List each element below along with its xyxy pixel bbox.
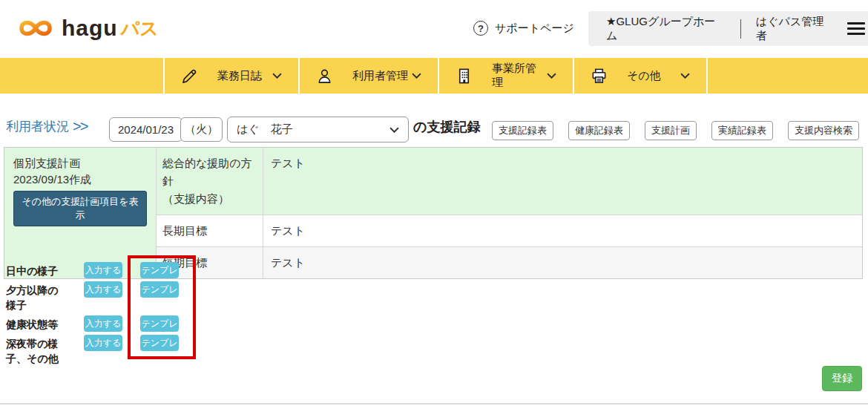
table-row: 総合的な援助の方針 （支援内容） テスト (156, 148, 862, 215)
record-label: 深夜帯の様子、その他 (6, 335, 64, 366)
health-record-sheet-button[interactable]: 健康記録表 (568, 121, 630, 140)
app-header: hagu パス ? サポートページ ★GLUGグループホーム はぐパス管理者 (0, 0, 868, 58)
template-button[interactable]: テンプレ (140, 315, 179, 332)
divider (740, 19, 741, 39)
plan-created-date: 2023/09/13作成 (13, 171, 147, 188)
chevron-down-icon (680, 73, 690, 79)
chevron-down-icon (412, 73, 421, 79)
record-label: 健康状態等 (6, 315, 64, 332)
daily-records-section: 日中の様子 入力する テンプレ 夕方以降の様子 入力する テンプレ 健康状態等 … (6, 262, 179, 369)
register-button[interactable]: 登録 (822, 366, 862, 391)
plan-rows: 総合的な援助の方針 （支援内容） テスト 長期目標 テスト 短期目標 テスト (156, 148, 862, 278)
nav-item-jigyosho-kanri[interactable]: 事業所管理 (438, 58, 573, 94)
nav-item-gyomu-nisshi[interactable]: 業務日誌 (163, 58, 298, 94)
user-role-label[interactable]: はぐパス管理者 (756, 15, 834, 43)
app-logo[interactable]: hagu パス (16, 14, 159, 42)
table-row: 長期目標 テスト (156, 215, 862, 246)
pencil-icon (181, 68, 198, 85)
page: hagu パス ? サポートページ ★GLUGグループホーム はぐパス管理者 業… (0, 0, 868, 406)
chevron-down-icon (272, 73, 282, 79)
result-record-sheet-button[interactable]: 実績記録表 (711, 121, 773, 140)
support-record-sheet-button[interactable]: 支援記録表 (492, 121, 553, 140)
template-button[interactable]: テンプレ (140, 262, 179, 278)
input-button[interactable]: 入力する (84, 281, 122, 298)
breadcrumb-link[interactable]: 利用者状況 (6, 118, 69, 135)
nav-item-riyosha-kanri[interactable]: 利用者管理 (298, 58, 438, 94)
nav-label: 事業所管理 (492, 62, 547, 90)
logo-suffix: パス (121, 16, 159, 41)
plan-row-value: テスト (263, 148, 862, 215)
nav-label: 業務日誌 (217, 69, 272, 83)
nav-item-sonota[interactable]: その他 (573, 58, 708, 94)
support-label: サポートページ (495, 22, 574, 36)
date-input[interactable] (109, 117, 183, 142)
help-icon: ? (473, 21, 488, 36)
user-select[interactable]: はぐ 花子 (227, 117, 409, 143)
plan-summary-cell: 個別支援計画 2023/09/13作成 その他の支援計画項目を表示 (4, 148, 156, 278)
plan-name: 個別支援計画 (13, 155, 147, 171)
plan-row-label: 長期目標 (156, 215, 263, 246)
chevron-down-icon (389, 127, 399, 133)
chevron-down-icon (547, 73, 556, 79)
nav-label: 利用者管理 (352, 69, 412, 83)
user-select-value: はぐ 花子 (237, 122, 293, 137)
support-page-link[interactable]: ? サポートページ (473, 21, 574, 36)
record-row-evening: 夕方以降の様子 入力する テンプレ (6, 281, 179, 312)
main-nav: 業務日誌 利用者管理 (0, 58, 868, 94)
template-button[interactable]: テンプレ (140, 335, 179, 351)
footer-divider (0, 403, 868, 405)
hamburger-menu-icon[interactable] (844, 19, 868, 38)
account-box: ★GLUGグループホーム はぐパス管理者 (588, 11, 868, 46)
building-icon (456, 68, 473, 85)
person-icon (316, 68, 333, 85)
plan-row-value: テスト (263, 247, 862, 278)
page-title: の支援記録 (413, 118, 480, 136)
template-button[interactable]: テンプレ (140, 281, 179, 298)
breadcrumb-arrows: >> (73, 118, 87, 135)
support-plan-table: 個別支援計画 2023/09/13作成 その他の支援計画項目を表示 総合的な援助… (4, 147, 863, 279)
show-other-plan-items-button[interactable]: その他の支援計画項目を表示 (13, 191, 147, 226)
input-button[interactable]: 入力する (84, 335, 122, 351)
plan-row-label: 総合的な援助の方針 （支援内容） (156, 148, 263, 215)
record-label: 日中の様子 (6, 262, 64, 278)
input-button[interactable]: 入力する (84, 262, 122, 278)
record-row-health: 健康状態等 入力する テンプレ (6, 315, 179, 332)
input-button[interactable]: 入力する (84, 315, 122, 332)
support-plan-button[interactable]: 支援計画 (645, 121, 697, 140)
printer-icon (591, 68, 608, 85)
nav-label: その他 (627, 69, 680, 83)
record-label: 夕方以降の様子 (6, 281, 64, 312)
support-content-search-button[interactable]: 支援内容検索 (788, 121, 859, 140)
record-row-midnight: 深夜帯の様子、その他 入力する テンプレ (6, 335, 179, 366)
record-row-daytime: 日中の様子 入力する テンプレ (6, 262, 179, 278)
logo-text: hagu (62, 16, 118, 41)
hagu-infinity-icon (16, 14, 55, 42)
plan-row-value: テスト (263, 215, 862, 246)
report-buttons: 支援記録表 健康記録表 支援計画 実績記録表 支援内容検索 (492, 121, 859, 140)
weekday-box: （火） (180, 117, 223, 142)
table-row: 短期目標 テスト (156, 246, 862, 278)
breadcrumb: 利用者状況 >> (6, 118, 87, 135)
group-home-label[interactable]: ★GLUGグループホーム (606, 15, 726, 43)
